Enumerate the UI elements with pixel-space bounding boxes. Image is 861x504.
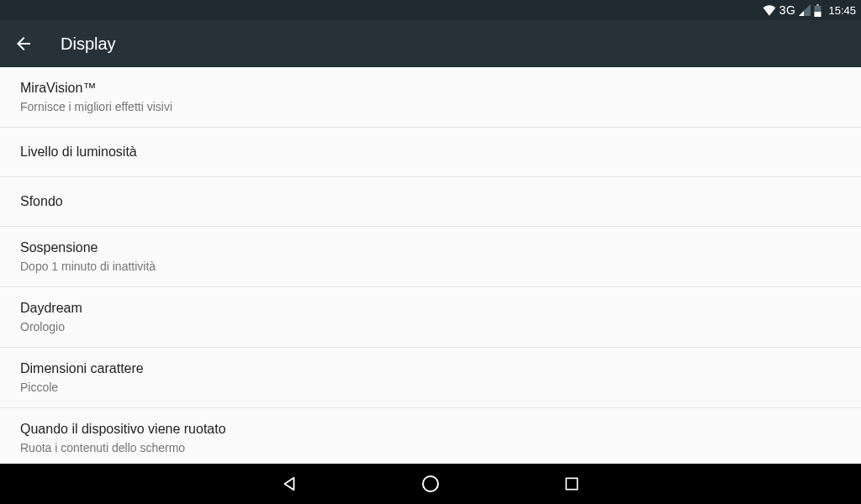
setting-subtitle: Dopo 1 minuto di inattività	[20, 258, 841, 275]
battery-icon	[814, 4, 821, 17]
setting-title: MiraVision™	[20, 79, 841, 97]
nav-home-button[interactable]	[419, 472, 442, 496]
setting-daydream[interactable]: Daydream Orologio	[0, 287, 861, 348]
svg-rect-4	[566, 478, 577, 489]
setting-title: Quando il dispositivo viene ruotato	[20, 420, 841, 438]
network-label: 3G	[779, 3, 796, 17]
cell-signal-icon	[799, 4, 811, 16]
clock: 15:45	[828, 4, 856, 17]
status-bar: 3G 15:45	[0, 0, 861, 20]
setting-brightness[interactable]: Livello di luminosità	[0, 128, 861, 177]
setting-title: Livello di luminosità	[20, 143, 841, 161]
nav-back-button[interactable]	[277, 472, 301, 496]
wifi-icon	[763, 4, 776, 16]
setting-wallpaper[interactable]: Sfondo	[0, 177, 861, 227]
svg-point-3	[423, 476, 438, 491]
setting-subtitle: Piccole	[20, 379, 841, 396]
setting-subtitle: Fornisce i migliori effetti visivi	[20, 98, 841, 115]
setting-subtitle: Ruota i contenuti dello schermo	[20, 439, 841, 456]
svg-rect-2	[815, 12, 821, 17]
setting-title: Dimensioni carattere	[20, 360, 841, 378]
setting-font-size[interactable]: Dimensioni carattere Piccole	[0, 348, 861, 408]
app-bar: Display	[0, 20, 861, 67]
back-button[interactable]	[13, 34, 34, 54]
setting-title: Daydream	[20, 299, 841, 318]
settings-list: MiraVision™ Fornisce i migliori effetti …	[0, 67, 861, 464]
setting-subtitle: Orologio	[20, 318, 841, 335]
setting-sleep[interactable]: Sospensione Dopo 1 minuto di inattività	[0, 227, 861, 287]
navigation-bar	[0, 464, 861, 504]
setting-rotation[interactable]: Quando il dispositivo viene ruotato Ruot…	[0, 408, 861, 464]
setting-miravision[interactable]: MiraVision™ Fornisce i migliori effetti …	[0, 67, 861, 128]
nav-recents-button[interactable]	[560, 472, 584, 496]
setting-title: Sospensione	[20, 239, 841, 257]
setting-title: Sfondo	[20, 192, 841, 211]
page-title: Display	[61, 34, 116, 54]
svg-rect-0	[816, 4, 819, 6]
